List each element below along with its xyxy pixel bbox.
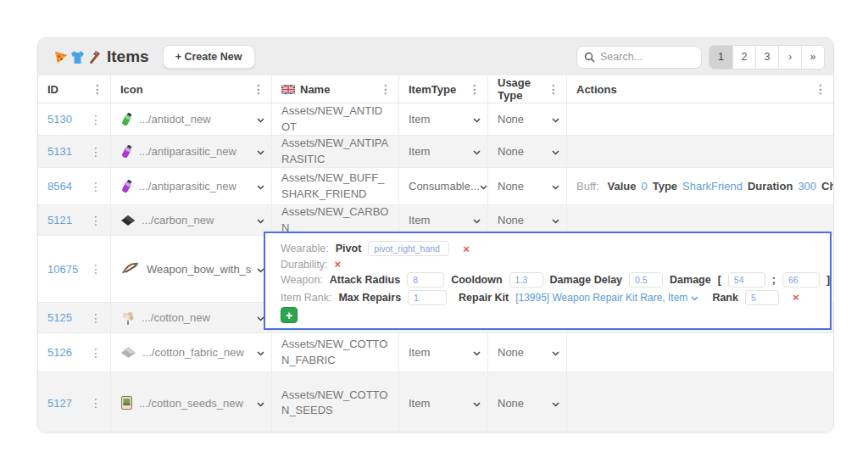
itemtype-select[interactable]: Item — [399, 205, 488, 235]
damage-min-input[interactable] — [728, 272, 765, 288]
row-id-link[interactable]: 5121 — [47, 214, 72, 226]
pivot-input[interactable] — [368, 241, 449, 256]
items-panel: Items + Create New 1 2 3 › » ID⋮ Icon⋮ N… — [37, 37, 834, 433]
seeds-icon — [120, 395, 133, 410]
search-box[interactable] — [576, 46, 702, 69]
page-button-1[interactable]: 1 — [709, 46, 732, 69]
icon-select[interactable]: .../antiparasitic_new — [111, 168, 272, 204]
row-id-link[interactable]: 5131 — [47, 145, 72, 158]
add-property-button[interactable]: + — [281, 307, 298, 323]
uk-flag-icon — [281, 85, 295, 94]
chevron-down-icon — [552, 397, 559, 410]
create-new-button[interactable]: + Create New — [163, 45, 255, 69]
itemtype-select[interactable]: Consumable... — [399, 168, 488, 204]
durability-line: Durability: × — [281, 259, 820, 271]
buff-duration-link[interactable]: 300 — [798, 180, 816, 193]
usagetype-select[interactable]: None — [488, 372, 567, 433]
column-header-id[interactable]: ID⋮ — [38, 75, 111, 103]
icon-select[interactable]: .../antidot_new — [111, 103, 272, 135]
row-menu-icon[interactable]: ⋮ — [88, 397, 103, 409]
pagination: 1 2 3 › » — [709, 45, 825, 70]
chevron-down-icon — [552, 113, 559, 126]
usagetype-select[interactable]: None — [488, 136, 567, 167]
usagetype-select[interactable]: None — [488, 205, 567, 235]
column-menu-icon[interactable]: ⋮ — [378, 83, 393, 95]
actions-cell — [567, 333, 833, 371]
cooldown-input[interactable] — [509, 272, 543, 288]
usagetype-select[interactable]: None — [488, 333, 567, 371]
name-cell: Assets/NEW_ANTIDOT — [272, 103, 399, 135]
buff-label: Buff: — [576, 180, 599, 193]
table-row: 5126⋮ .../cotton_fabric_new Assets/NEW_C… — [38, 333, 833, 372]
buff-type-link[interactable]: SharkFriend — [682, 180, 743, 193]
chevron-down-icon — [257, 346, 264, 359]
row-menu-icon[interactable]: ⋮ — [88, 215, 103, 226]
chevron-down-icon — [257, 214, 264, 226]
cotton-icon — [120, 310, 136, 326]
row-id-link[interactable]: 5130 — [47, 113, 72, 126]
row-id-link[interactable]: 5125 — [47, 311, 72, 324]
column-header-icon[interactable]: Icon⋮ — [111, 75, 272, 103]
column-header-itemtype[interactable]: ItemType⋮ — [399, 75, 488, 103]
buff-value-link[interactable]: 0 — [641, 180, 647, 193]
attack-radius-input[interactable] — [407, 272, 444, 288]
column-menu-icon[interactable]: ⋮ — [251, 83, 266, 95]
damage-max-input[interactable] — [782, 272, 820, 288]
rank-input[interactable] — [745, 290, 779, 305]
row-menu-icon[interactable]: ⋮ — [88, 146, 103, 158]
itemtype-select[interactable]: Item — [399, 103, 488, 135]
repair-kit-link[interactable]: [13995] Weapon Repair Kit Rare, Item — [515, 292, 698, 304]
row-id-link[interactable]: 5127 — [47, 397, 72, 410]
itemtype-select[interactable]: Item — [399, 372, 488, 433]
column-header-name[interactable]: Name ⋮ — [272, 75, 399, 103]
chevron-down-icon — [473, 214, 481, 226]
search-input[interactable] — [600, 51, 694, 63]
page-button-3[interactable]: 3 — [755, 46, 778, 69]
page-last-button[interactable]: » — [801, 46, 824, 69]
icon-select[interactable]: .../cotton_new — [111, 303, 272, 332]
damage-delay-input[interactable] — [629, 272, 663, 288]
icon-select[interactable]: .../cotton_seeds_new — [111, 372, 272, 433]
remove-durability-icon[interactable]: × — [335, 259, 342, 270]
max-repairs-input[interactable] — [408, 290, 447, 305]
chevron-down-icon — [473, 397, 481, 410]
actions-cell: Buff: Value 0 Type SharkFriend Duration … — [567, 168, 833, 204]
row-id-link[interactable]: 8564 — [47, 180, 72, 193]
usagetype-select[interactable]: None — [488, 103, 567, 135]
row-menu-icon[interactable]: ⋮ — [88, 263, 103, 275]
remove-item-rank-icon[interactable]: × — [793, 292, 799, 303]
bow-icon — [120, 260, 141, 277]
icon-select[interactable]: .../antiparasitic_new — [111, 136, 272, 167]
itemtype-select[interactable]: Item — [399, 136, 488, 167]
carbon-icon — [120, 215, 136, 226]
icon-select[interactable]: .../cotton_fabric_new — [111, 333, 272, 371]
green-vial-icon — [120, 112, 133, 127]
usagetype-select[interactable]: None — [488, 168, 567, 204]
chevron-down-icon — [552, 346, 559, 359]
item-rank-line: Item Rank: Max Repairs Repair Kit [13995… — [281, 290, 820, 305]
icon-select[interactable]: .../carbon_new — [111, 205, 272, 235]
page-button-2[interactable]: 2 — [732, 46, 755, 69]
actions-cell — [567, 136, 833, 167]
name-cell: Assets/NEW_COTTON_SEEDS — [272, 372, 399, 433]
row-id-link[interactable]: 10675 — [47, 263, 78, 276]
column-menu-icon[interactable]: ⋮ — [813, 83, 828, 95]
column-header-usagetype[interactable]: Usage Type⋮ — [488, 75, 567, 103]
row-menu-icon[interactable]: ⋮ — [88, 347, 103, 359]
row-menu-icon[interactable]: ⋮ — [88, 312, 103, 324]
page-next-button[interactable]: › — [778, 46, 801, 69]
row-menu-icon[interactable]: ⋮ — [88, 181, 103, 193]
chevron-down-icon — [480, 180, 487, 193]
column-menu-icon[interactable]: ⋮ — [90, 83, 105, 95]
column-menu-icon[interactable]: ⋮ — [546, 83, 561, 95]
table-row: 5131⋮ .../antiparasitic_new Assets/NEW_A… — [38, 136, 833, 168]
icon-select[interactable]: Weapon_bow_with_scope — [111, 236, 272, 302]
row-menu-icon[interactable]: ⋮ — [88, 114, 103, 126]
remove-wearable-icon[interactable]: × — [463, 243, 470, 254]
itemtype-select[interactable]: Item — [399, 333, 488, 371]
row-id-link[interactable]: 5126 — [47, 346, 72, 359]
search-icon — [584, 52, 595, 63]
table-row: 5127⋮ .../cotton_seeds_new Assets/NEW_CO… — [38, 372, 833, 433]
column-menu-icon[interactable]: ⋮ — [467, 83, 482, 95]
column-header-actions[interactable]: Actions⋮ — [567, 75, 833, 103]
